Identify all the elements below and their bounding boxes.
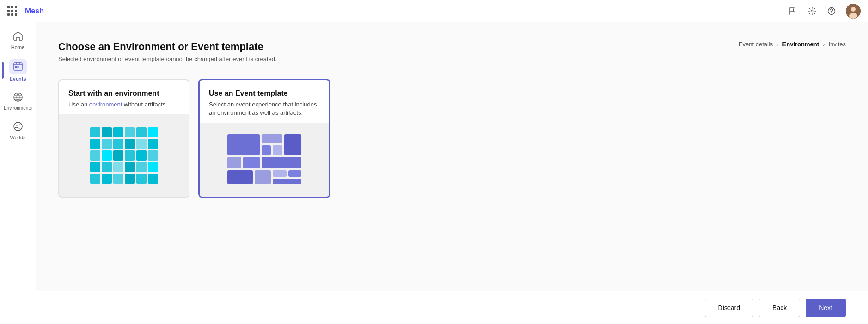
main-layout: Home Events [0, 22, 868, 324]
environment-link[interactable]: environment [89, 101, 122, 108]
breadcrumb: Event details › Environment › Invites [739, 41, 846, 48]
card-event-template-title: Use an Event template [209, 89, 320, 98]
back-button[interactable]: Back [759, 299, 800, 317]
environments-icon [12, 91, 24, 104]
svg-rect-10 [227, 134, 260, 155]
breadcrumb-invites: Invites [828, 41, 846, 48]
sidebar-item-events[interactable]: Events [2, 56, 34, 85]
mosaic-illustration [227, 134, 301, 185]
flag-icon[interactable] [788, 6, 798, 16]
topbar-actions [788, 4, 861, 19]
active-indicator [2, 62, 4, 79]
sidebar-item-environments-label: Environments [4, 106, 32, 111]
breadcrumb-environment: Environment [782, 41, 819, 48]
discard-button[interactable]: Discard [705, 299, 753, 317]
topbar: Mesh [0, 0, 868, 22]
app-launcher-icon[interactable] [7, 6, 18, 16]
chevron-icon-2: › [823, 41, 825, 48]
app-title: Mesh [25, 7, 44, 15]
sidebar-item-environments[interactable]: Environments [2, 87, 34, 114]
card-environment[interactable]: Start with an environment Use an environ… [58, 79, 189, 198]
card-environment-header: Start with an environment Use an environ… [59, 80, 189, 114]
page-heading: Choose an Environment or Event template … [58, 41, 846, 62]
sidebar-item-home-label: Home [11, 44, 24, 50]
svg-rect-8 [17, 66, 18, 68]
help-icon[interactable] [826, 6, 837, 16]
sidebar-item-home[interactable]: Home [2, 26, 34, 54]
svg-rect-22 [273, 179, 301, 184]
svg-rect-19 [255, 170, 271, 184]
page-subtitle: Selected environment or event template c… [58, 56, 846, 62]
card-event-template-desc: Select an event experience that includes… [209, 100, 320, 117]
svg-point-0 [811, 10, 813, 12]
svg-rect-13 [273, 145, 282, 155]
avatar[interactable] [846, 4, 861, 19]
card-environment-desc: Use an environment without artifacts. [68, 100, 179, 109]
card-event-template-image [200, 123, 329, 197]
svg-rect-11 [262, 134, 282, 143]
home-icon [12, 30, 24, 43]
card-environment-image [59, 114, 189, 197]
svg-point-2 [831, 12, 832, 13]
svg-rect-16 [243, 157, 260, 168]
card-event-template-header: Use an Event template Select an event ex… [200, 80, 329, 123]
svg-rect-14 [284, 134, 301, 155]
sidebar: Home Events [0, 22, 36, 324]
card-event-template[interactable]: Use an Event template Select an event ex… [199, 79, 330, 198]
svg-rect-20 [273, 170, 287, 177]
worlds-icon [12, 120, 24, 133]
svg-rect-15 [227, 157, 241, 168]
svg-rect-21 [288, 170, 301, 177]
breadcrumb-event-details: Event details [739, 41, 773, 48]
svg-rect-17 [262, 157, 301, 168]
next-button[interactable]: Next [806, 299, 846, 317]
card-environment-title: Start with an environment [68, 89, 179, 98]
svg-point-4 [851, 7, 856, 12]
svg-rect-12 [262, 145, 271, 155]
sidebar-item-events-label: Events [9, 76, 26, 81]
sidebar-item-events-wrap: Events [2, 56, 34, 85]
page-title: Choose an Environment or Event template [58, 41, 846, 53]
events-icon-bg [9, 59, 27, 74]
sidebar-item-worlds-label: Worlds [10, 135, 25, 140]
svg-rect-7 [15, 66, 17, 68]
svg-point-5 [849, 13, 857, 19]
cyan-grid-illustration [90, 127, 158, 184]
cards-row: Start with an environment Use an environ… [58, 79, 846, 198]
bottom-bar: Discard Back Next [36, 291, 868, 324]
chevron-icon-1: › [776, 41, 778, 48]
svg-rect-18 [227, 170, 253, 184]
sidebar-item-worlds[interactable]: Worlds [2, 116, 34, 144]
content-area: Event details › Environment › Invites Ch… [36, 22, 868, 324]
settings-icon[interactable] [807, 6, 817, 16]
